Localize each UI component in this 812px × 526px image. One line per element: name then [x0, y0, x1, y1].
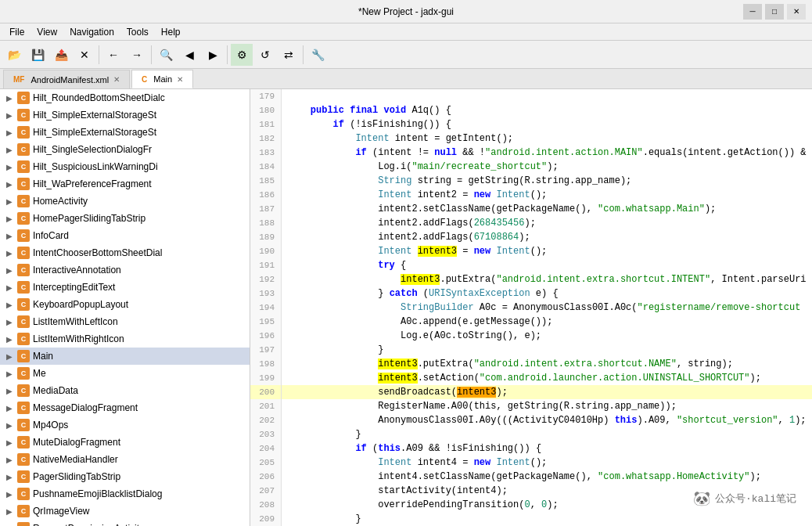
- tree-item-pushname[interactable]: ▶ C PushnameEmojiBlacklistDialog: [0, 485, 250, 503]
- tree-item-requestpermission[interactable]: ▶ C RequestPermissionActivity: [0, 520, 250, 526]
- manifest-icon: MF: [13, 75, 24, 84]
- arrow-icon: ▶: [6, 438, 17, 447]
- search-prev-button[interactable]: ◀: [178, 44, 200, 66]
- menu-navigation[interactable]: Navigation: [63, 25, 120, 39]
- tab-main-close[interactable]: ✕: [177, 75, 183, 84]
- forward-button[interactable]: →: [126, 44, 148, 66]
- tree-item-label: Me: [33, 368, 46, 379]
- toolbar-sep-3: [227, 45, 228, 64]
- refresh-button[interactable]: ↺: [254, 44, 276, 66]
- tree-item-label: Hilt_SimpleExternalStorageSt: [33, 127, 156, 138]
- open-file-button[interactable]: 📂: [3, 44, 25, 66]
- search-button[interactable]: 🔍: [155, 44, 177, 66]
- code-line-202: 202 AnonymousClass00I.A0y(((ActivityC040…: [250, 413, 812, 427]
- arrow-icon: ▶: [6, 369, 17, 378]
- tree-item-mediadata[interactable]: ▶ C MediaData: [0, 382, 250, 399]
- decompile-button[interactable]: ⚙: [231, 44, 253, 66]
- menu-tools[interactable]: Tools: [120, 25, 155, 39]
- code-editor[interactable]: 179 180 public final void A1q() { 181 if…: [250, 89, 812, 526]
- arrow-icon: ▶: [6, 301, 17, 309]
- watermark-icon: 🐼: [693, 490, 710, 507]
- tree-item-homepager[interactable]: ▶ C HomePagerSlidingTabStrip: [0, 210, 250, 227]
- close-button[interactable]: ✕: [787, 4, 806, 20]
- code-line-209: 209 }: [250, 512, 812, 526]
- arrow-icon: ▶: [6, 318, 17, 326]
- tree-item-label: Hilt_SuspiciousLinkWarningDi: [33, 161, 158, 172]
- tree-item-hilt-single[interactable]: ▶ C Hilt_SingleSelectionDialogFr: [0, 141, 250, 158]
- content-area: ▶ C Hilt_RoundedBottomSheetDialc ▶ C Hil…: [0, 89, 812, 526]
- arrow-icon: ▶: [6, 266, 17, 275]
- class-icon: C: [17, 92, 30, 104]
- code-line-183: 183 if (intent != null && !"android.inte…: [250, 146, 812, 160]
- watermark: 🐼 公众号·kali笔记: [693, 490, 796, 507]
- tree-item-pagersliding[interactable]: ▶ C PagerSlidingTabStrip: [0, 468, 250, 485]
- tree-item-label: Hilt_SingleSelectionDialogFr: [33, 144, 152, 155]
- tree-item-hilt-wa[interactable]: ▶ C Hilt_WaPreferenceFragment: [0, 175, 250, 193]
- toolbar-sep-1: [99, 45, 99, 64]
- code-line-196: 196 Log.e(A0c.toString(), e);: [250, 329, 812, 343]
- menu-help[interactable]: Help: [155, 25, 187, 39]
- tree-item-label: HomeActivity: [33, 196, 88, 207]
- maximize-button[interactable]: □: [765, 4, 784, 20]
- code-line-191: 191 try {: [250, 258, 812, 272]
- arrow-icon: ▶: [6, 214, 17, 223]
- tab-androidmanifest-close[interactable]: ✕: [113, 75, 120, 84]
- menu-view[interactable]: View: [31, 25, 63, 39]
- arrow-icon: ▶: [6, 249, 17, 258]
- class-icon: C: [17, 522, 30, 526]
- search-next-button[interactable]: ▶: [202, 44, 224, 66]
- tree-item-intercepting[interactable]: ▶ C InterceptingEditText: [0, 279, 250, 296]
- tab-main[interactable]: C Main ✕: [131, 70, 193, 88]
- close-tab-button[interactable]: ✕: [74, 44, 95, 66]
- tree-item-listitem-right[interactable]: ▶ C ListItemWithRightIcon: [0, 330, 250, 348]
- tree-item-label: InfoCard: [33, 230, 69, 241]
- export-button[interactable]: 📤: [50, 44, 72, 66]
- tree-item-hilt-simple2[interactable]: ▶ C Hilt_SimpleExternalStorageSt: [0, 124, 250, 141]
- code-line-180: 180 public final void A1q() {: [250, 103, 812, 117]
- code-line-201: 201 RegisterName.A00(this, getString(R.s…: [250, 399, 812, 413]
- tree-item-keyboard[interactable]: ▶ C KeyboardPopupLayout: [0, 296, 250, 313]
- tree-item-infocard[interactable]: ▶ C InfoCard: [0, 227, 250, 244]
- tab-androidmanifest[interactable]: MF AndroidManifest.xml ✕: [3, 70, 130, 88]
- save-button[interactable]: 💾: [27, 44, 49, 66]
- tree-item-hilt-simple1[interactable]: ▶ C Hilt_SimpleExternalStorageSt: [0, 106, 250, 124]
- tree-item-homeactivity[interactable]: ▶ C HomeActivity: [0, 193, 250, 210]
- tree-item-interactive[interactable]: ▶ C InteractiveAnnotation: [0, 261, 250, 279]
- arrow-icon: ▶: [6, 94, 17, 103]
- class-icon: C: [17, 402, 30, 414]
- tree-item-mutedialog[interactable]: ▶ C MuteDialogFragment: [0, 434, 250, 451]
- main-tab-icon: C: [142, 75, 147, 84]
- back-button[interactable]: ←: [102, 44, 124, 66]
- tree-item-nativemedia[interactable]: ▶ C NativeMediaHandler: [0, 451, 250, 468]
- menu-file[interactable]: File: [3, 25, 31, 39]
- class-icon: C: [17, 229, 30, 242]
- code-line-187: 187 intent2.setClassName(getPackageName(…: [250, 202, 812, 216]
- tree-item-hilt-suspicious[interactable]: ▶ C Hilt_SuspiciousLinkWarningDi: [0, 158, 250, 175]
- arrow-icon: ▶: [6, 490, 17, 499]
- code-line-181: 181 if (!isFinishing()) {: [250, 117, 812, 132]
- class-icon: C: [17, 333, 30, 345]
- tree-item-main[interactable]: ▶ C Main: [0, 348, 250, 365]
- tree-item-hilt-rounded[interactable]: ▶ C Hilt_RoundedBottomSheetDialc: [0, 89, 250, 106]
- tree-item-messagedialog[interactable]: ▶ C MessageDialogFragment: [0, 399, 250, 416]
- arrow-icon: ▶: [6, 197, 17, 206]
- app-title: *New Project - jadx-gui: [69, 6, 743, 17]
- tree-item-label: InterceptingEditText: [33, 282, 115, 293]
- tree-item-qrimage[interactable]: ▶ C QrImageView: [0, 503, 250, 520]
- arrow-icon: ▶: [6, 146, 17, 154]
- class-icon: C: [17, 143, 30, 156]
- tree-item-mp4ops[interactable]: ▶ C Mp4Ops: [0, 416, 250, 434]
- settings-button[interactable]: 🔧: [307, 44, 329, 66]
- code-line-199: 199 intent3.setAction("com.android.launc…: [250, 371, 812, 385]
- tabs-bar: MF AndroidManifest.xml ✕ C Main ✕: [0, 69, 812, 89]
- tree-item-label: NativeMediaHandler: [33, 454, 118, 465]
- tree-item-listitem-left[interactable]: ▶ C ListItemWithLeftIcon: [0, 313, 250, 330]
- tree-item-me[interactable]: ▶ C Me: [0, 365, 250, 382]
- menubar: File View Navigation Tools Help: [0, 23, 812, 41]
- minimize-button[interactable]: ─: [743, 4, 762, 20]
- sync-button[interactable]: ⇄: [278, 44, 300, 66]
- tree-item-label: MessageDialogFragment: [33, 402, 138, 413]
- tree-item-label: InteractiveAnnotation: [33, 265, 121, 276]
- tree-item-intentchooser[interactable]: ▶ C IntentChooserBottomSheetDial: [0, 244, 250, 261]
- this-keyword: this: [474, 401, 497, 412]
